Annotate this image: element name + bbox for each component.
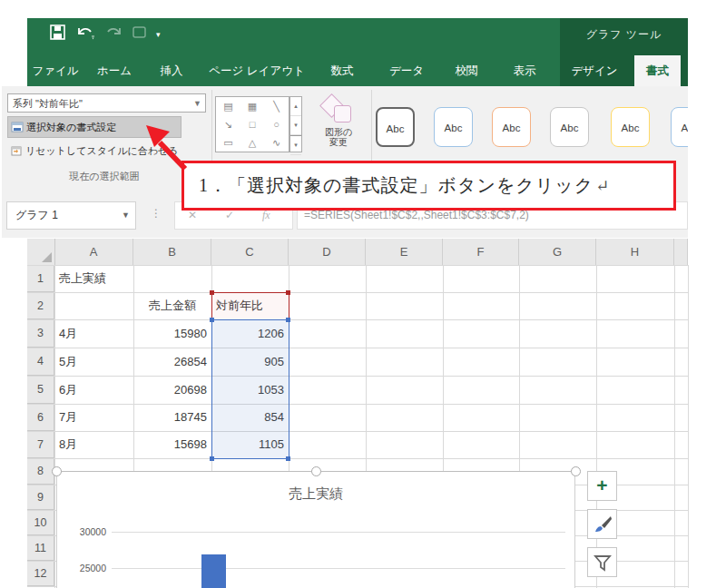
cell-B7[interactable]: 15698 — [133, 431, 211, 458]
tab-page-layout[interactable]: ページ レイアウト — [203, 55, 310, 86]
spreadsheet: 1売上実績2売上金額対前年比34月15980120645月2685490556月… — [0, 238, 688, 588]
shape-glyph-icon[interactable]: ▭ — [216, 133, 240, 152]
cell-A7[interactable]: 8月 — [54, 431, 133, 458]
cell-A1[interactable]: 売上実績 — [54, 265, 133, 292]
selection-handle[interactable] — [210, 318, 214, 322]
cell-A3[interactable]: 4月 — [54, 319, 133, 348]
change-shape-icon — [323, 97, 354, 124]
column-header-G[interactable]: G — [519, 239, 596, 265]
grid-line — [688, 265, 689, 588]
touch-mode-icon — [132, 24, 148, 44]
shape-style-thumb[interactable]: Abc — [376, 107, 415, 147]
annotation-arrow — [134, 113, 200, 178]
row-header-12[interactable]: 12 — [27, 561, 54, 586]
shape-glyph-icon[interactable]: ▤ — [216, 97, 240, 115]
selection-handle[interactable] — [286, 318, 290, 322]
chevron-down-icon[interactable]: ▼ — [122, 202, 130, 229]
selection-handle[interactable] — [210, 456, 214, 461]
grid-line — [27, 292, 688, 293]
row-header-1[interactable]: 1 — [27, 265, 54, 292]
column-header-C[interactable]: C — [211, 239, 289, 265]
shape-style-thumb[interactable]: Abc — [550, 107, 589, 147]
undo-icon[interactable] — [76, 24, 96, 44]
row-header-6[interactable]: 6 — [27, 404, 54, 431]
chart-element-dropdown[interactable]: 系列 "対前年比" ▼ — [7, 93, 206, 113]
chart-elements-plus-icon: + — [588, 472, 616, 499]
gallery-more-icon[interactable]: ▾ — [290, 135, 301, 155]
chart-title[interactable]: 売上実績 — [57, 485, 574, 503]
select-all-corner[interactable] — [27, 239, 55, 265]
tab-view[interactable]: 表示 — [497, 55, 552, 86]
cell-B4[interactable]: 26854 — [133, 348, 211, 376]
column-header-H[interactable]: H — [596, 239, 674, 265]
row-header-8[interactable]: 8 — [27, 458, 54, 485]
cell-B2[interactable]: 売上金額 — [133, 292, 211, 319]
tab-review[interactable]: 校閲 — [441, 55, 492, 86]
formula-bar-grip[interactable]: ⋮ — [151, 207, 162, 220]
row-header-9[interactable]: 9 — [27, 485, 54, 510]
cell-B6[interactable]: 18745 — [133, 404, 211, 431]
chart-gridline — [112, 532, 565, 533]
cell-A4[interactable]: 5月 — [54, 348, 133, 376]
customize-qat-icon[interactable]: ▾ — [156, 24, 161, 44]
cell-B5[interactable]: 20698 — [133, 376, 211, 404]
column-header-B[interactable]: B — [133, 239, 211, 265]
column-header-E[interactable]: E — [366, 239, 443, 265]
chart-resize-handle[interactable] — [52, 466, 62, 476]
tab-data[interactable]: データ — [378, 55, 436, 86]
row-header-4[interactable]: 4 — [27, 348, 54, 376]
tab-format[interactable]: 書式 — [634, 55, 681, 86]
scroll-up-icon[interactable]: ▴ — [290, 97, 301, 116]
shape-glyph-icon[interactable]: △ — [240, 133, 265, 152]
tab-insert[interactable]: 挿入 — [145, 55, 198, 86]
shape-glyph-icon[interactable]: ○ — [264, 115, 289, 133]
chart-elements-button[interactable]: + — [587, 471, 617, 501]
insert-shapes-scrollbar[interactable]: ▴▾▾ — [289, 96, 302, 152]
selection-handle[interactable] — [210, 290, 214, 295]
tab-design[interactable]: デザイン — [559, 55, 630, 86]
shape-glyph-icon[interactable]: □ — [240, 115, 265, 133]
row-header-11[interactable]: 11 — [27, 535, 54, 561]
row-header-2[interactable]: 2 — [27, 292, 54, 319]
chart-resize-handle[interactable] — [571, 466, 581, 476]
insert-shapes-gallery[interactable]: ▤▦╲↘□○▭△∿ — [215, 96, 289, 152]
redo-icon — [103, 24, 123, 44]
shape-glyph-icon[interactable]: ╲ — [264, 97, 289, 115]
selection-handle[interactable] — [286, 456, 290, 461]
name-box[interactable]: グラフ 1 ▼ — [6, 201, 136, 230]
change-shape-button[interactable]: 図形の 変更 — [309, 95, 368, 159]
column-header-A[interactable]: A — [54, 239, 133, 265]
scroll-down-icon[interactable]: ▾ — [290, 116, 301, 135]
column-header-partial[interactable] — [674, 239, 688, 265]
chart-styles-button[interactable] — [587, 509, 617, 539]
chart-filters-button[interactable] — [587, 547, 617, 577]
shape-glyph-icon[interactable]: ↘ — [216, 115, 240, 133]
save-icon[interactable] — [50, 24, 65, 44]
row-header-3[interactable]: 3 — [27, 319, 54, 348]
column-header-F[interactable]: F — [443, 239, 519, 265]
cell-A6[interactable]: 7月 — [54, 404, 133, 431]
cell-A5[interactable]: 6月 — [54, 376, 133, 404]
shape-style-thumb[interactable]: Abc — [434, 107, 473, 147]
chart-styles-brush-icon — [593, 514, 613, 534]
shape-glyph-icon[interactable]: ▦ — [240, 97, 265, 115]
shape-style-thumb[interactable]: Abc — [492, 107, 531, 147]
cell-B3[interactable]: 15980 — [133, 319, 211, 348]
chart-resize-handle[interactable] — [311, 466, 321, 476]
tab-file[interactable]: ファイル — [27, 55, 83, 86]
row-header-5[interactable]: 5 — [27, 376, 54, 404]
series-values-selection-outline — [211, 319, 289, 459]
grid-line — [596, 265, 597, 588]
tab-formulas[interactable]: 数式 — [316, 55, 368, 86]
row-header-10[interactable]: 10 — [27, 510, 54, 535]
column-header-D[interactable]: D — [289, 239, 366, 265]
chart-bar-may[interactable] — [201, 554, 226, 588]
shape-style-thumb[interactable]: Abc — [611, 107, 650, 147]
y-axis-label: 25000 — [64, 563, 106, 573]
selection-handle[interactable] — [286, 290, 290, 295]
embedded-chart[interactable]: 売上実績 30000 25000 — [56, 471, 575, 588]
row-header-7[interactable]: 7 — [27, 431, 54, 458]
shape-glyph-icon[interactable]: ∿ — [264, 133, 289, 152]
shape-style-thumb[interactable]: Abc — [671, 107, 688, 147]
tab-home[interactable]: ホーム — [87, 55, 142, 86]
